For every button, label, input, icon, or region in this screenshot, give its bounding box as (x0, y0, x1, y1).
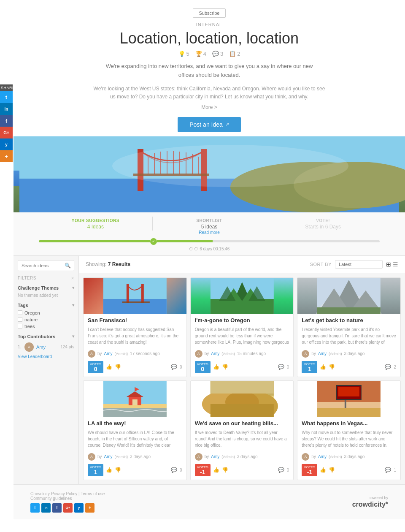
comment-icon-6[interactable]: 💬 (385, 467, 391, 473)
thumbsup-icon-4[interactable]: 👍 (106, 467, 112, 473)
footer-googleplus-btn[interactable]: G+ (63, 503, 73, 513)
googleplus-share-btn[interactable]: G+ (0, 127, 13, 138)
contributor-name-1[interactable]: Amy (36, 345, 58, 350)
facebook-share-btn[interactable]: f (0, 115, 13, 127)
tags-label: Tags (18, 303, 28, 308)
comment-icon-4[interactable]: 💬 (171, 467, 177, 473)
yammer-share-btn[interactable]: y (0, 138, 13, 150)
tab-vote[interactable]: VOTE! Starts in 6 Days (266, 212, 380, 235)
top-contributors-section: Top Contributors ▾ 1. A Amy 124 pts View… (18, 334, 74, 359)
idea-card-1[interactable]: San Fransisco! I can't believe that nobo… (83, 277, 187, 377)
timer-text: ⏱ ⏱ 6 days 00:15:46 (14, 245, 405, 255)
thumbsup-icon-2[interactable]: 👍 (213, 364, 219, 370)
top-contributors-header[interactable]: Top Contributors ▾ (18, 334, 74, 339)
idea-desc-2: Oregon is a beautiful part of the world,… (195, 326, 289, 347)
thumbsdown-icon-6[interactable]: 👎 (329, 467, 335, 473)
top-contributors-label: Top Contributors (18, 334, 55, 339)
subscribe-button[interactable]: Subscribe (193, 8, 226, 18)
thumbsdown-icon-5[interactable]: 👎 (222, 467, 228, 473)
idea-card-4[interactable]: LA all the way! We should have our offic… (83, 380, 187, 480)
more-link[interactable]: More > (30, 104, 388, 110)
idea-card-2[interactable]: I'm-a-gone to Oregon Oregon is a beautif… (190, 277, 294, 377)
idea-footer-6: A by Amy (Admin) 3 days ago (302, 453, 396, 461)
thumbsup-icon-1[interactable]: 👍 (106, 364, 112, 370)
stat-value-1: 5 (186, 51, 189, 57)
comment-icon-2[interactable]: 💬 (278, 364, 284, 370)
thumbsup-icon-5[interactable]: 👍 (213, 467, 219, 473)
post-idea-button[interactable]: Post an Idea ↗ (178, 117, 241, 132)
grid-view-icon[interactable]: ⊞ (386, 261, 391, 268)
idea-title-1: San Fransisco! (88, 317, 182, 324)
footer-add-btn[interactable]: + (85, 503, 94, 513)
tab-suggestions-value: 4 Ideas (39, 224, 152, 230)
tags-header[interactable]: Tags ▾ (18, 303, 74, 308)
comment-icon: 💬 (212, 51, 219, 57)
vote-button-6[interactable]: VOTES -1 (302, 464, 317, 476)
clipboard-icon: 📋 (229, 51, 236, 57)
tab-your-suggestions[interactable]: YOUR SUGGESTIONS 4 Ideas (39, 212, 152, 235)
community-link-wrap: Community guidelines (30, 496, 105, 501)
thumbsdown-icon-4[interactable]: 👎 (115, 467, 121, 473)
vote-button-1[interactable]: VOTES 0 (88, 361, 103, 373)
privacy-link[interactable]: Crowdicity Privacy Policy (30, 491, 77, 496)
idea-card-body-1: San Fransisco! I can't believe that nobo… (84, 314, 186, 377)
sort-select[interactable]: Latest Most Votes Most Comments (335, 260, 383, 269)
idea-actions-3: VOTES 1 👍 👎 💬 2 (302, 361, 396, 373)
idea-title-2: I'm-a-gone to Oregon (195, 317, 289, 324)
campaign-tag: INTERNAL (30, 22, 388, 27)
footer-linkedin-btn[interactable]: in (41, 503, 51, 513)
idea-card-3[interactable]: Let's get back to nature I recently visi… (297, 277, 401, 377)
comment-icon-5[interactable]: 💬 (278, 467, 284, 473)
thumbsdown-icon-2[interactable]: 👎 (222, 364, 228, 370)
terms-link[interactable]: Terms of use (81, 491, 105, 496)
challenge-themes-header[interactable]: Challenge Themes ▾ (18, 285, 74, 290)
linkedin-share-btn[interactable]: in (0, 103, 13, 115)
vote-button-5[interactable]: VOTES -1 (195, 464, 211, 476)
svg-rect-56 (317, 408, 381, 417)
author-time-1: 17 seconds ago (130, 351, 160, 356)
idea-title-3: Let's get back to nature (302, 317, 396, 324)
comment-icon-1[interactable]: 💬 (171, 364, 177, 370)
tag-nature-checkbox[interactable] (18, 317, 22, 322)
thumbsup-icon-3[interactable]: 👍 (320, 364, 326, 370)
idea-actions-2: VOTES 0 👍 👎 💬 0 (195, 361, 289, 373)
community-link[interactable]: Community guidelines (30, 496, 72, 501)
idea-image-6 (297, 381, 400, 417)
svg-rect-40 (132, 399, 138, 405)
tag-trees-checkbox[interactable] (18, 324, 22, 328)
tag-oregon-checkbox[interactable] (18, 310, 22, 315)
add-share-btn[interactable]: + (0, 150, 13, 162)
by-label-5: by (205, 454, 209, 459)
author-time-2: 15 minutes ago (237, 351, 266, 356)
tab-shortlist[interactable]: SHORTLIST 5 ideas Read more (153, 212, 266, 235)
author-name-5: Amy (211, 454, 219, 459)
list-view-icon[interactable]: ☰ (393, 261, 398, 268)
footer-facebook-btn[interactable]: f (52, 503, 62, 513)
twitter-share-btn[interactable]: t (0, 91, 13, 103)
tag-nature-label: nature (24, 317, 38, 322)
thumbsdown-icon-3[interactable]: 👎 (329, 364, 335, 370)
idea-image-1 (84, 278, 186, 314)
filters-close-icon[interactable]: × (71, 275, 74, 281)
thumbsup-icon-6[interactable]: 👍 (320, 467, 326, 473)
powered-by-label: powered by (352, 496, 388, 500)
idea-card-6[interactable]: What happens in Vegas... Why not move ou… (297, 380, 401, 480)
footer-twitter-btn[interactable]: t (30, 503, 40, 513)
author-time-3: 3 days ago (344, 351, 364, 356)
idea-card-5[interactable]: We'd save on our heating bills... If we … (190, 380, 294, 480)
vote-button-2[interactable]: VOTES 0 (195, 361, 211, 373)
tab-shortlist-readmore[interactable]: Read more (153, 230, 266, 235)
vote-button-4[interactable]: VOTES 1 (88, 464, 103, 476)
footer-yammer-btn[interactable]: y (74, 503, 84, 513)
share-label: SHARE (0, 84, 13, 91)
ideas-grid: San Fransisco! I can't believe that nobo… (79, 273, 405, 484)
comment-icon-3[interactable]: 💬 (385, 364, 391, 370)
thumbsdown-icon-1[interactable]: 👎 (115, 364, 121, 370)
view-leaderboard-link[interactable]: View Leaderboard (18, 354, 74, 359)
idea-footer-4: A by Amy (Admin) 3 days ago (88, 453, 182, 461)
by-label-4: by (97, 454, 102, 459)
vote-count-3: 1 (304, 366, 315, 372)
vote-button-3[interactable]: VOTES 1 (302, 361, 317, 373)
author-name-2: Amy (211, 351, 219, 356)
by-label-3: by (311, 351, 316, 356)
